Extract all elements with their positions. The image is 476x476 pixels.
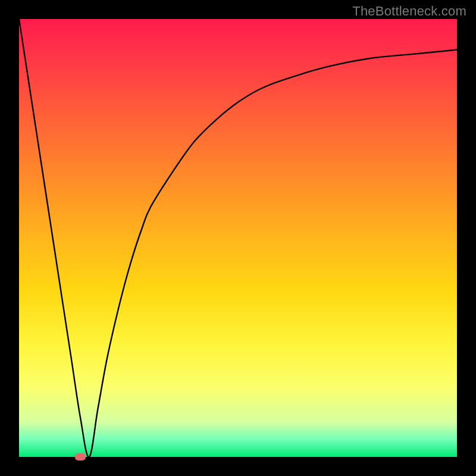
watermark: TheBottleneck.com bbox=[352, 4, 466, 19]
chart-frame: TheBottleneck.com bbox=[0, 0, 476, 476]
bottleneck-curve bbox=[19, 19, 457, 457]
optimum-marker bbox=[75, 453, 86, 461]
plot-area bbox=[19, 19, 457, 457]
